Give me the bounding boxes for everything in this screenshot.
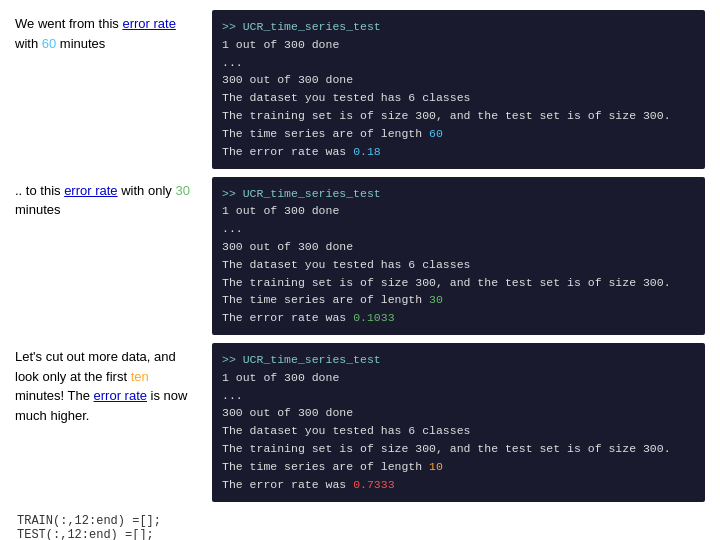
code-length-3: The time series are of length 10 <box>222 460 443 473</box>
highlight-30: 30 <box>175 183 189 198</box>
code-line-2b: 1 out of 300 done <box>222 204 339 217</box>
code-length-1: The time series are of length 60 <box>222 127 443 140</box>
prompt-2: >> UCR_time_series_test <box>222 187 381 200</box>
main-container: We went from this error rate with 60 min… <box>0 0 720 540</box>
row-3: Let's cut out more data, and look only a… <box>15 343 705 502</box>
left-text-2: .. to this error rate with only 30 minut… <box>15 177 200 220</box>
length-value-3: 10 <box>429 460 443 473</box>
code-ellipsis-2: ... <box>222 222 243 235</box>
error-value-1: 0.18 <box>353 145 381 158</box>
code-300-2: 300 out of 300 done <box>222 240 353 253</box>
code-error-3: The error rate was 0.7333 <box>222 478 395 491</box>
code-dataset-3: The dataset you tested has 6 classes <box>222 424 470 437</box>
link-error-rate-3[interactable]: error rate <box>94 388 147 403</box>
code-error-2: The error rate was 0.1033 <box>222 311 395 324</box>
code-line-3b: 1 out of 300 done <box>222 371 339 384</box>
bottom-code: TRAIN(:,12:end) =[]; TEST(:,12:end) =[]; <box>15 514 705 541</box>
code-dataset-1: The dataset you tested has 6 classes <box>222 91 470 104</box>
left-text-3: Let's cut out more data, and look only a… <box>15 343 200 425</box>
code-ellipsis-1: ... <box>222 56 243 69</box>
code-300-3: 300 out of 300 done <box>222 406 353 419</box>
highlight-ten: ten <box>131 369 149 384</box>
error-value-2: 0.1033 <box>353 311 394 324</box>
prompt-3: >> UCR_time_series_test <box>222 353 381 366</box>
code-block-1: >> UCR_time_series_test 1 out of 300 don… <box>212 10 705 169</box>
code-length-2: The time series are of length 30 <box>222 293 443 306</box>
link-error-rate-2[interactable]: error rate <box>64 183 117 198</box>
length-value-1: 60 <box>429 127 443 140</box>
bottom-code-line1: TRAIN(:,12:end) =[]; <box>17 514 705 528</box>
code-300-1: 300 out of 300 done <box>222 73 353 86</box>
left-text-1: We went from this error rate with 60 min… <box>15 10 200 53</box>
code-training-2: The training set is of size 300, and the… <box>222 276 671 289</box>
highlight-60: 60 <box>42 36 56 51</box>
code-block-2: >> UCR_time_series_test 1 out of 300 don… <box>212 177 705 336</box>
prompt-1: >> UCR_time_series_test <box>222 20 381 33</box>
error-value-3: 0.7333 <box>353 478 394 491</box>
code-ellipsis-3: ... <box>222 389 243 402</box>
row-2: .. to this error rate with only 30 minut… <box>15 177 705 336</box>
length-value-2: 30 <box>429 293 443 306</box>
code-block-3: >> UCR_time_series_test 1 out of 300 don… <box>212 343 705 502</box>
bottom-code-line2: TEST(:,12:end) =[]; <box>17 528 705 541</box>
code-line-1b: 1 out of 300 done <box>222 38 339 51</box>
code-dataset-2: The dataset you tested has 6 classes <box>222 258 470 271</box>
row-1: We went from this error rate with 60 min… <box>15 10 705 169</box>
code-training-1: The training set is of size 300, and the… <box>222 109 671 122</box>
link-error-rate-1[interactable]: error rate <box>122 16 175 31</box>
code-error-1: The error rate was 0.18 <box>222 145 381 158</box>
code-training-3: The training set is of size 300, and the… <box>222 442 671 455</box>
